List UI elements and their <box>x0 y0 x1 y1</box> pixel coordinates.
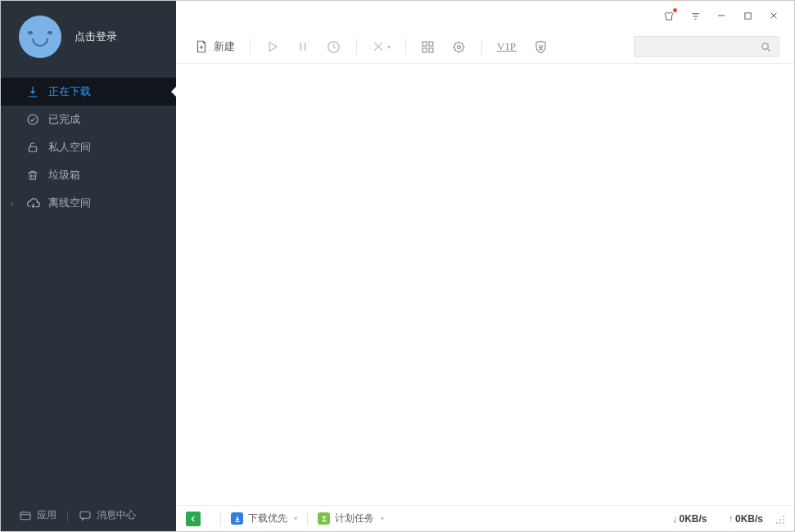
schedule-icon <box>318 512 330 525</box>
minimize-icon <box>716 11 726 20</box>
new-file-icon <box>194 39 209 54</box>
svg-rect-1 <box>29 147 36 151</box>
delete-icon <box>372 40 385 53</box>
vip-label: VIP <box>497 40 517 53</box>
download-priority-button[interactable]: 下载优先 ▾ <box>231 512 297 525</box>
play-icon <box>265 39 280 54</box>
separator <box>220 512 221 525</box>
status-bar: 下载优先 ▾ 计划任务 ▾ ↓ 0KB/s ↑ 0KB/s <box>176 505 794 531</box>
chevron-down-icon: ▾ <box>381 515 384 522</box>
check-circle-icon <box>25 112 40 127</box>
app-window: 点击登录 正在下载 已完成 私人空间 <box>0 0 795 532</box>
sidebar-item-label: 私人空间 <box>48 140 91 155</box>
main-area: 新建 ▾ <box>176 1 794 531</box>
delete-button[interactable]: ▾ <box>365 34 397 59</box>
qrcode-button[interactable] <box>414 34 441 59</box>
yen-shield-icon <box>533 39 549 55</box>
download-speed: ↓ 0KB/s <box>672 512 707 525</box>
apps-icon <box>19 509 32 522</box>
search-input[interactable] <box>634 36 779 57</box>
messages-link[interactable]: 消息中心 <box>79 508 136 522</box>
svg-rect-6 <box>422 42 427 46</box>
close-button[interactable] <box>768 10 779 21</box>
sidebar-item-private[interactable]: 私人空间 <box>1 133 176 161</box>
pause-button[interactable] <box>290 34 316 59</box>
sidebar-header: 点击登录 <box>1 1 176 73</box>
window-controls <box>176 1 794 30</box>
nav-list: 正在下载 已完成 私人空间 垃圾箱 › <box>1 78 176 498</box>
chevron-left-icon <box>189 515 197 523</box>
qrcode-icon <box>421 40 435 54</box>
restart-icon <box>326 39 341 55</box>
svg-point-12 <box>762 43 769 49</box>
separator <box>405 38 406 55</box>
restart-button[interactable] <box>319 34 348 59</box>
chevron-down-icon: ▾ <box>294 515 297 522</box>
apps-label: 应用 <box>37 508 56 522</box>
sidebar-item-downloading[interactable]: 正在下载 <box>1 78 176 106</box>
svg-point-0 <box>28 115 38 124</box>
lock-open-icon <box>25 140 40 155</box>
priority-label: 下载优先 <box>248 512 287 525</box>
sidebar-item-label: 离线空间 <box>48 196 91 210</box>
message-icon <box>79 509 92 522</box>
svg-rect-4 <box>744 12 750 18</box>
separator <box>250 38 251 55</box>
settings-button[interactable] <box>445 34 473 59</box>
notification-dot-icon <box>673 8 677 12</box>
vip-button[interactable]: VIP <box>490 34 523 59</box>
download-icon <box>25 84 40 99</box>
upload-speed: ↑ 0KB/s <box>728 512 763 525</box>
trash-icon <box>25 168 40 183</box>
content-area <box>176 63 794 505</box>
sidebar-item-label: 正在下载 <box>48 84 91 99</box>
priority-icon <box>231 512 243 525</box>
chevron-down-icon: ▾ <box>387 43 391 51</box>
sidebar-item-completed[interactable]: 已完成 <box>1 106 176 133</box>
menu-lines-icon <box>690 11 701 21</box>
sidebar-item-label: 垃圾箱 <box>48 168 80 183</box>
start-button[interactable] <box>259 34 287 59</box>
separator <box>356 38 357 55</box>
separator: | <box>66 510 69 521</box>
avatar[interactable] <box>19 16 61 58</box>
close-icon <box>769 11 779 20</box>
new-task-button[interactable]: 新建 <box>187 34 242 59</box>
sidebar-item-label: 已完成 <box>48 112 80 127</box>
login-link[interactable]: 点击登录 <box>75 29 117 44</box>
sidebar-item-offline[interactable]: › 离线空间 <box>1 189 176 217</box>
separator <box>481 38 482 55</box>
svg-point-11 <box>458 45 461 48</box>
sidebar: 点击登录 正在下载 已完成 私人空间 <box>1 1 176 531</box>
search-icon <box>760 41 772 53</box>
back-button[interactable] <box>186 512 201 526</box>
download-speed-value: 0KB/s <box>679 513 707 525</box>
pause-icon <box>296 39 309 54</box>
resize-grip[interactable] <box>775 514 784 524</box>
separator <box>307 512 308 525</box>
arrow-down-icon: ↓ <box>672 512 678 525</box>
currency-button[interactable] <box>526 34 555 59</box>
minimize-button[interactable] <box>716 10 727 21</box>
maximize-button[interactable] <box>742 10 753 21</box>
gear-icon <box>451 39 467 55</box>
sidebar-footer: 应用 | 消息中心 <box>1 498 176 531</box>
apps-link[interactable]: 应用 <box>19 508 56 522</box>
chevron-right-icon: › <box>11 199 13 208</box>
svg-point-10 <box>454 42 463 51</box>
schedule-label: 计划任务 <box>335 512 374 525</box>
sidebar-item-trash[interactable]: 垃圾箱 <box>1 161 176 189</box>
upload-speed-value: 0KB/s <box>735 513 763 525</box>
cloud-download-icon <box>25 196 40 210</box>
svg-rect-7 <box>429 42 433 46</box>
messages-label: 消息中心 <box>97 508 136 522</box>
toolbar: 新建 ▾ <box>176 30 794 63</box>
arrow-up-icon: ↑ <box>728 512 734 525</box>
menu-button[interactable] <box>689 10 701 21</box>
schedule-tasks-button[interactable]: 计划任务 ▾ <box>318 512 384 525</box>
svg-rect-8 <box>422 47 427 52</box>
maximize-icon <box>743 11 752 20</box>
skin-button[interactable] <box>663 10 675 21</box>
new-task-label: 新建 <box>214 39 235 54</box>
svg-rect-9 <box>429 47 433 52</box>
